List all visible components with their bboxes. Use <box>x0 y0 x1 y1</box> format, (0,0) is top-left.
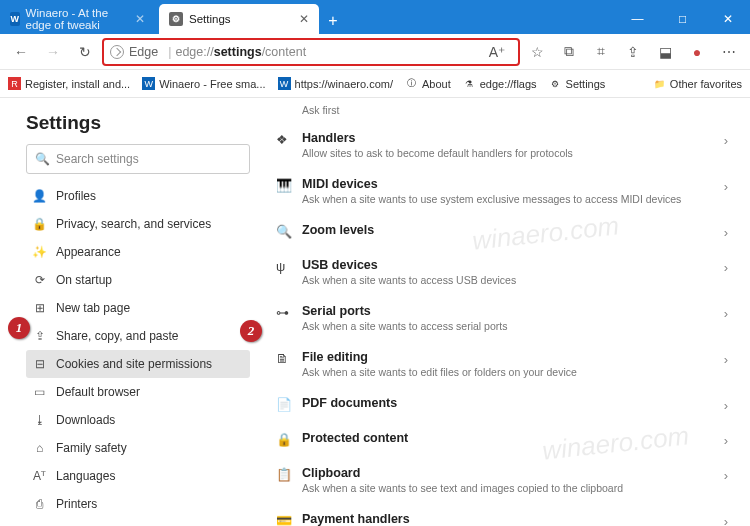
send-icon[interactable]: ⇪ <box>618 37 648 67</box>
sidebar-item-icon: ⟳ <box>32 273 47 287</box>
browser-tab-settings[interactable]: ⚙ Settings ✕ <box>159 4 319 34</box>
row-icon: ⊶ <box>276 304 302 320</box>
sidebar-item-share-copy-and-paste[interactable]: ⇪Share, copy, and paste <box>26 322 250 350</box>
sidebar-item-family-safety[interactable]: ⌂Family safety <box>26 434 250 462</box>
sidebar-item-label: Share, copy, and paste <box>56 329 179 343</box>
setting-row-zoom-levels[interactable]: 🔍Zoom levels› <box>272 214 732 249</box>
edge-icon <box>110 45 124 59</box>
row-desc: Ask when a site wants to access USB devi… <box>302 274 724 286</box>
downloads-icon[interactable]: ⬓ <box>650 37 680 67</box>
sidebar-item-label: Downloads <box>56 413 115 427</box>
row-desc: Ask when a site wants to see text and im… <box>302 482 724 494</box>
tab-title: Winaero - At the edge of tweaki <box>26 7 135 31</box>
chevron-right-icon: › <box>724 466 728 483</box>
sidebar-item-label: Languages <box>56 469 115 483</box>
sidebar-item-icon: ⌂ <box>32 441 47 455</box>
browser-toolbar: ← → ↻ Edge | edge://settings/content A⁺ … <box>0 34 750 70</box>
truncated-desc: Ask first <box>272 104 732 122</box>
close-icon[interactable]: ✕ <box>135 12 145 26</box>
chevron-right-icon: › <box>724 512 728 526</box>
sidebar-item-cookies-and-site-permissions[interactable]: ⊟Cookies and site permissions <box>26 350 250 378</box>
collections-icon[interactable]: ⧉ <box>554 37 584 67</box>
chevron-right-icon: › <box>724 431 728 448</box>
bookmark-item[interactable]: ⚙Settings <box>549 77 606 90</box>
sidebar-item-downloads[interactable]: ⭳Downloads <box>26 406 250 434</box>
bookmark-item[interactable]: Whttps://winaero.com/ <box>278 77 393 90</box>
tab-title: Settings <box>189 13 231 25</box>
sidebar-item-system[interactable]: □System <box>26 518 250 526</box>
bookmark-item[interactable]: ⓘAbout <box>405 77 451 90</box>
annotation-marker-2: 2 <box>240 320 262 342</box>
page-title: Settings <box>26 112 250 134</box>
sidebar-item-profiles[interactable]: 👤Profiles <box>26 182 250 210</box>
row-title: USB devices <box>302 258 724 272</box>
sidebar-item-icon: 👤 <box>32 189 47 203</box>
row-title: Payment handlers <box>302 512 724 526</box>
sidebar-item-label: Appearance <box>56 245 121 259</box>
window-close[interactable]: ✕ <box>705 4 750 34</box>
row-icon: 💳 <box>276 512 302 526</box>
search-icon: 🔍 <box>35 152 50 166</box>
favorite-icon[interactable]: ☆ <box>522 37 552 67</box>
back-button[interactable]: ← <box>6 37 36 67</box>
window-maximize[interactable]: □ <box>660 4 705 34</box>
sidebar-item-languages[interactable]: AᵀLanguages <box>26 462 250 490</box>
setting-row-usb-devices[interactable]: ψUSB devicesAsk when a site wants to acc… <box>272 249 732 295</box>
row-title: Serial ports <box>302 304 724 318</box>
settings-main[interactable]: Ask first ❖HandlersAllow sites to ask to… <box>262 98 750 526</box>
sidebar-item-label: Cookies and site permissions <box>56 357 212 371</box>
menu-button[interactable]: ⋯ <box>714 37 744 67</box>
browser-tab-winaero[interactable]: W Winaero - At the edge of tweaki ✕ <box>0 4 155 34</box>
bookmark-item[interactable]: WWinaero - Free sma... <box>142 77 265 90</box>
setting-row-protected-content[interactable]: 🔒Protected content› <box>272 422 732 457</box>
sidebar-item-label: Default browser <box>56 385 140 399</box>
sidebar-item-printers[interactable]: ⎙Printers <box>26 490 250 518</box>
sidebar-item-default-browser[interactable]: ▭Default browser <box>26 378 250 406</box>
row-icon: ❖ <box>276 131 302 147</box>
setting-row-file-editing[interactable]: 🗎File editingAsk when a site wants to ed… <box>272 341 732 387</box>
sidebar-item-label: Family safety <box>56 441 127 455</box>
sidebar-item-label: New tab page <box>56 301 130 315</box>
sidebar-item-label: Printers <box>56 497 97 511</box>
reload-button[interactable]: ↻ <box>70 37 100 67</box>
sidebar-item-icon: ✨ <box>32 245 47 259</box>
sidebar-item-on-startup[interactable]: ⟳On startup <box>26 266 250 294</box>
address-bar[interactable]: Edge | edge://settings/content A⁺ <box>102 38 520 66</box>
search-input[interactable]: 🔍 Search settings <box>26 144 250 174</box>
row-icon: 🔍 <box>276 223 302 239</box>
read-aloud-icon[interactable]: A⁺ <box>482 37 512 67</box>
bookmark-item[interactable]: RRegister, install and... <box>8 77 130 90</box>
bookmarks-bar: RRegister, install and... WWinaero - Fre… <box>0 70 750 98</box>
window-minimize[interactable]: — <box>615 4 660 34</box>
setting-row-pdf-documents[interactable]: 📄PDF documents› <box>272 387 732 422</box>
chevron-right-icon: › <box>724 131 728 148</box>
setting-row-handlers[interactable]: ❖HandlersAllow sites to ask to become de… <box>272 122 732 168</box>
forward-button[interactable]: → <box>38 37 68 67</box>
setting-row-clipboard[interactable]: 📋ClipboardAsk when a site wants to see t… <box>272 457 732 503</box>
row-title: Protected content <box>302 431 724 445</box>
sidebar-item-icon: ⇪ <box>32 329 47 343</box>
setting-row-midi-devices[interactable]: 🎹MIDI devicesAsk when a site wants to us… <box>272 168 732 214</box>
addr-url: edge://settings/content <box>175 45 306 59</box>
setting-row-serial-ports[interactable]: ⊶Serial portsAsk when a site wants to ac… <box>272 295 732 341</box>
row-title: Clipboard <box>302 466 724 480</box>
setting-row-payment-handlers[interactable]: 💳Payment handlersAllow sites to install … <box>272 503 732 526</box>
other-favorites[interactable]: 📁Other favorites <box>653 77 742 90</box>
extensions-icon[interactable]: ⌗ <box>586 37 616 67</box>
sidebar-item-label: Profiles <box>56 189 96 203</box>
row-title: MIDI devices <box>302 177 724 191</box>
close-icon[interactable]: ✕ <box>299 12 309 26</box>
row-icon: 🎹 <box>276 177 302 193</box>
sidebar-item-icon: ⊞ <box>32 301 47 315</box>
title-bar: W Winaero - At the edge of tweaki ✕ ⚙ Se… <box>0 0 750 34</box>
sidebar-item-privacy-search-and-services[interactable]: 🔒Privacy, search, and services <box>26 210 250 238</box>
row-icon: 📄 <box>276 396 302 412</box>
sidebar-item-icon: Aᵀ <box>32 469 47 483</box>
chevron-right-icon: › <box>724 258 728 275</box>
profile-icon[interactable]: ● <box>682 37 712 67</box>
bookmark-item[interactable]: ⚗edge://flags <box>463 77 537 90</box>
sidebar-item-appearance[interactable]: ✨Appearance <box>26 238 250 266</box>
sidebar-item-icon: ⎙ <box>32 497 47 511</box>
sidebar-item-new-tab-page[interactable]: ⊞New tab page <box>26 294 250 322</box>
new-tab-button[interactable]: + <box>319 12 347 34</box>
